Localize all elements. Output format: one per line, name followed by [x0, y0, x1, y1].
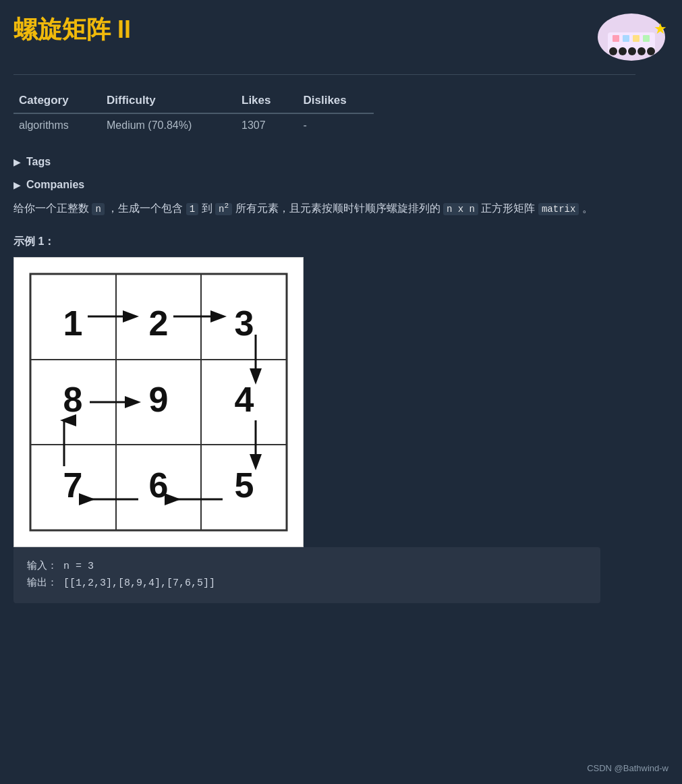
companies-row[interactable]: ▶ Companies [13, 176, 669, 194]
desc-middle1: ，生成一个包含 [107, 202, 183, 214]
svg-point-7 [619, 47, 627, 55]
example-image-container: 1 2 3 8 9 4 7 6 5 [13, 257, 304, 547]
svg-text:5: 5 [235, 466, 254, 505]
col-dislikes: Dislikes [297, 88, 373, 113]
companies-label: Companies [26, 179, 84, 191]
svg-rect-3 [623, 35, 629, 42]
svg-text:2: 2 [149, 304, 169, 343]
svg-rect-2 [613, 35, 619, 42]
svg-point-8 [628, 47, 636, 55]
svg-text:3: 3 [235, 304, 254, 343]
svg-text:1: 1 [63, 304, 83, 343]
desc-n2-code: n2 [215, 203, 232, 215]
tags-label: Tags [26, 156, 51, 168]
svg-point-10 [647, 47, 655, 55]
header-area: 螺旋矩阵 II ★ [13, 13, 669, 67]
info-table: Category Difficulty Likes Dislikes algor… [13, 88, 374, 137]
tags-arrow: ▶ [13, 157, 21, 167]
input-value: n = 3 [63, 561, 94, 572]
page-container: 螺旋矩阵 II ★ [0, 0, 682, 784]
desc-end: 。 [582, 202, 593, 214]
desc-n-code: n [92, 203, 104, 215]
svg-text:6: 6 [149, 466, 169, 505]
cell-difficulty: Medium (70.84%) [101, 113, 236, 137]
desc-one-code: 1 [186, 203, 198, 215]
tags-row[interactable]: ▶ Tags [13, 153, 669, 171]
output-label: 输出： [27, 578, 57, 589]
footer-attribution: CSDN @Bathwind-w [587, 763, 669, 773]
col-likes: Likes [236, 88, 297, 113]
problem-description: 给你一个正整数 n ，生成一个包含 1 到 n2 所有元素，且元素按顺时针顺序螺… [13, 199, 669, 219]
input-label: 输入： [27, 561, 57, 572]
example1-title: 示例 1： [13, 235, 669, 249]
cell-dislikes: - [297, 113, 373, 137]
table-row: algorithms Medium (70.84%) 1307 - [13, 113, 374, 137]
svg-point-9 [637, 47, 646, 55]
code-output-line: 输出： [[1,2,3],[8,9,4],[7,6,5]] [27, 575, 587, 592]
code-input-line: 输入： n = 3 [27, 558, 587, 576]
cell-category: algorithms [13, 113, 101, 137]
col-difficulty: Difficulty [101, 88, 236, 113]
svg-point-6 [609, 47, 617, 55]
avatar-decorative: ★ [567, 13, 672, 67]
desc-middle4: 正方形矩阵 [481, 202, 535, 214]
divider [13, 74, 635, 75]
code-block: 输入： n = 3 输出： [[1,2,3],[8,9,4],[7,6,5]] [13, 547, 600, 603]
svg-text:8: 8 [63, 380, 83, 419]
col-category: Category [13, 88, 101, 113]
svg-text:7: 7 [63, 466, 83, 505]
desc-matrix-code: matrix [538, 203, 579, 215]
svg-text:★: ★ [654, 20, 667, 37]
svg-rect-5 [643, 35, 650, 42]
spiral-matrix-svg: 1 2 3 8 9 4 7 6 5 [17, 260, 300, 544]
desc-prefix: 给你一个正整数 [13, 202, 89, 214]
avatar-area: ★ [567, 13, 669, 67]
svg-rect-4 [633, 35, 640, 42]
svg-text:9: 9 [149, 380, 169, 419]
output-value: [[1,2,3],[8,9,4],[7,6,5]] [63, 578, 215, 589]
svg-text:4: 4 [235, 380, 254, 419]
desc-middle3: 所有元素，且元素按顺时针顺序螺旋排列的 [235, 202, 441, 214]
desc-middle2: 到 [202, 202, 212, 214]
cell-likes: 1307 [236, 113, 297, 137]
page-title: 螺旋矩阵 II [13, 13, 131, 47]
companies-arrow: ▶ [13, 179, 21, 190]
desc-nx-code: n x n [443, 203, 478, 215]
